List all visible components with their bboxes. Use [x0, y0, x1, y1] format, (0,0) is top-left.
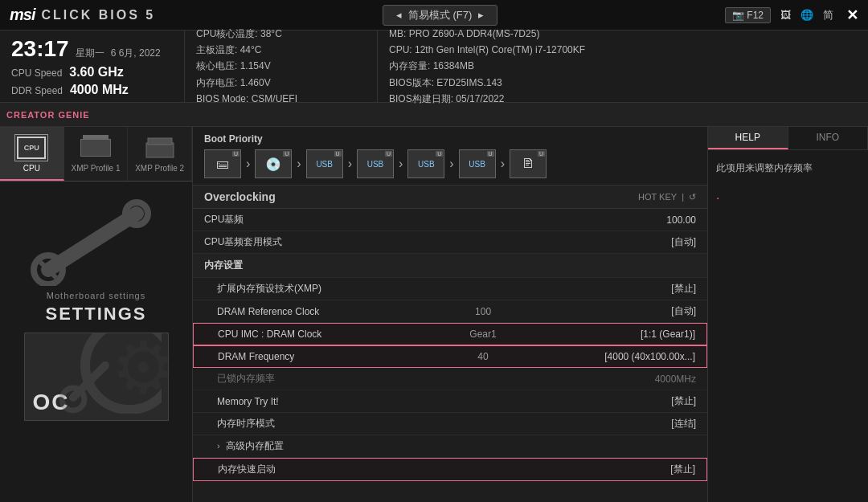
usb-icon-2: USB: [367, 160, 384, 169]
mem-timing-mode-value: [连结]: [536, 417, 696, 431]
globe-icon: 🌐: [800, 9, 813, 21]
usb-icon-4: USB: [469, 160, 485, 169]
row-mem-fast-boot[interactable]: 内存快速启动 [禁止]: [193, 458, 707, 481]
f12-label: F12: [747, 10, 764, 21]
mb-temp-row: 主板温度: 44°C: [196, 42, 366, 58]
row-cpu-imc-dram[interactable]: CPU IMC : DRAM Clock Gear1 [1:1 (Gear1)]: [193, 323, 707, 345]
screenshot-button[interactable]: 📷 F12: [725, 7, 771, 23]
cpu-speed-label: CPU Speed: [11, 67, 62, 79]
xmp-name: 扩展内存预设技术(XMP): [204, 282, 430, 296]
row-mem-timing-mode[interactable]: 内存时序模式 [连结]: [193, 413, 707, 435]
boot-device-box-1: 🖴 U: [204, 149, 241, 178]
settings-large-label: SETTINGS: [45, 304, 146, 324]
usb-icon-1: USB: [316, 160, 333, 169]
row-cpu-base-mode[interactable]: CPU基频套用模式 [自动]: [193, 231, 707, 254]
memory-try-it-name: Memory Try It!: [204, 396, 430, 407]
svg-rect-1: [148, 138, 172, 145]
right-panel: HELP INFO 此项用来调整内存频率 ·: [707, 127, 868, 502]
advanced-mem-name: › 高级内存配置: [204, 439, 430, 453]
hdd-icon: 🖴: [216, 157, 229, 171]
chevron-left-icon: ◂: [396, 9, 402, 21]
boot-device-box-2: 💿 U: [255, 149, 292, 178]
screenshot-icon-2: 🖼: [780, 9, 791, 21]
camera-icon: 📷: [732, 10, 744, 21]
boot-arrow-4: ›: [399, 157, 403, 171]
boot-device-1[interactable]: 🖴 U: [204, 149, 241, 178]
tab-xmp2-label: XMP Profile 2: [135, 164, 184, 173]
msi-logo: msi: [10, 6, 35, 24]
tab-xmp2[interactable]: XMP Profile 2: [128, 127, 192, 181]
lang-selector[interactable]: 简: [823, 8, 833, 22]
mode-selector[interactable]: ◂ 简易模式 (F7) ▸: [383, 5, 497, 26]
oc-table: CPU基频 100.00 CPU基频套用模式 [自动] 内存设置 扩展内存预设技…: [193, 209, 707, 502]
boot-device-4[interactable]: USB U: [357, 149, 394, 178]
row-dram-ref-clock[interactable]: DRAM Reference Clock 100 [自动]: [193, 300, 707, 323]
oc-tabs: CPU CPU XMP Profile 1 XMP Profile 2: [0, 127, 192, 182]
dram-freq-value: [4000 (40x100.00x...]: [536, 351, 695, 362]
locked-mem-freq-value: 4000MHz: [536, 373, 696, 385]
cpu-temp-row: CPU核心温度: 38°C: [196, 26, 366, 42]
svg-rect-0: [146, 143, 174, 157]
expand-arrow-icon: ›: [217, 441, 220, 451]
right-tab-info[interactable]: INFO: [788, 127, 869, 149]
dram-freq-mid: 40: [430, 351, 536, 362]
undo-icon: ↺: [689, 192, 696, 202]
dram-freq-name: DRAM Frequency: [205, 351, 430, 362]
u-badge-3: U: [334, 151, 342, 157]
u-badge-5: U: [436, 151, 443, 157]
boot-device-3[interactable]: USB U: [306, 149, 343, 178]
close-button[interactable]: ✕: [846, 6, 858, 24]
row-spacer: [193, 481, 707, 502]
cpu-base-mode-value: [自动]: [532, 235, 696, 249]
mem-voltage-row: 内存电压: 1.460V: [196, 75, 366, 91]
oc-hotkey: HOT KEY | ↺: [638, 192, 696, 202]
boot-device-box-5: USB U: [407, 149, 444, 178]
u-badge-2: U: [283, 151, 290, 157]
oc-bg-graphic: [25, 333, 162, 414]
tab-xmp1-label: XMP Profile 1: [72, 164, 121, 173]
boot-arrow-6: ›: [501, 157, 505, 171]
cpu-tab-icon: CPU: [15, 135, 47, 161]
boot-arrow-3: ›: [348, 157, 352, 171]
boot-device-2[interactable]: 💿 U: [255, 149, 292, 178]
bios-mode-row: BIOS Mode: CSM/UEFI: [196, 91, 366, 107]
oc-thumbnail[interactable]: OC: [24, 333, 169, 421]
mem-timing-mode-name: 内存时序模式: [204, 417, 430, 431]
left-sidebar: CPU CPU XMP Profile 1 XMP Profile 2: [0, 127, 193, 502]
boot-device-5[interactable]: USB U: [407, 149, 444, 178]
tab-cpu-label: CPU: [23, 164, 40, 173]
boot-device-6[interactable]: USB U: [459, 149, 496, 178]
boot-device-7[interactable]: 🖹 U: [510, 149, 547, 178]
boot-arrow-5: ›: [449, 157, 453, 171]
boot-device-box-6: USB U: [459, 149, 496, 178]
sd-icon: 🖹: [522, 157, 534, 171]
mem-fast-boot-value: [禁止]: [536, 463, 695, 476]
u-badge-4: U: [385, 151, 392, 157]
oc-settings-section: Overclocking HOT KEY | ↺ CPU基频 100.00 CP…: [193, 186, 707, 502]
top-center: ◂ 简易模式 (F7) ▸: [155, 5, 725, 26]
xmp2-tab-icon: [144, 135, 176, 161]
tab-cpu[interactable]: CPU CPU: [0, 127, 64, 181]
time-section: 23:17 星期一 6 6月, 2022 CPU Speed 3.60 GHz …: [0, 31, 185, 102]
section-mem-settings: 内存设置: [193, 254, 707, 278]
tab-xmp1[interactable]: XMP Profile 1: [64, 127, 129, 181]
ddr-speed-value: 4000 MHz: [70, 83, 129, 96]
row-xmp[interactable]: 扩展内存预设技术(XMP) [禁止]: [193, 278, 707, 300]
dram-ref-clock-mid: 100: [430, 306, 536, 317]
row-memory-try-it[interactable]: Memory Try It! [禁止]: [193, 390, 707, 413]
row-dram-freq[interactable]: DRAM Frequency 40 [4000 (40x100.00x...]: [193, 345, 707, 368]
clock-date: 6 6月, 2022: [111, 47, 161, 60]
core-voltage-row: 核心电压: 1.154V: [196, 58, 366, 74]
right-tab-help[interactable]: HELP: [708, 127, 788, 149]
bios-title: CLICK BIOS 5: [41, 8, 155, 22]
row-cpu-base-freq[interactable]: CPU基频 100.00: [193, 209, 707, 231]
cpu-speed-block: CPU Speed 3.60 GHz: [11, 65, 124, 80]
dram-ref-clock-name: DRAM Reference Clock: [204, 306, 430, 317]
xmp2-svg-icon: [145, 137, 175, 159]
boot-devices-row: 🖴 U › 💿 U › USB U: [204, 149, 696, 178]
ram-icon-1: [80, 139, 111, 157]
right-panel-tabs: HELP INFO: [708, 127, 868, 150]
mid-info-section: CPU核心温度: 38°C 主板温度: 44°C 核心电压: 1.154V 内存…: [185, 31, 378, 102]
row-advanced-mem[interactable]: › 高级内存配置: [193, 435, 707, 458]
clock-time: 23:17: [11, 36, 69, 62]
